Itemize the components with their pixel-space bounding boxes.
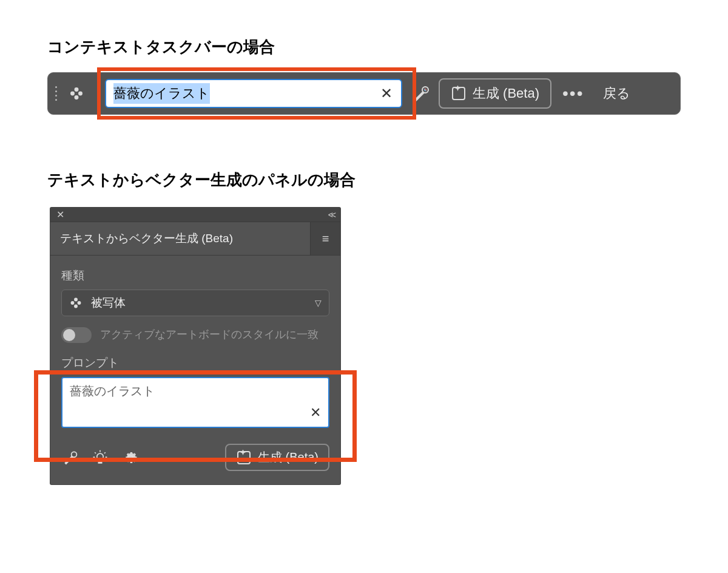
svg-rect-19 <box>238 452 250 464</box>
svg-point-2 <box>70 92 75 96</box>
svg-point-8 <box>74 305 78 308</box>
clear-icon[interactable]: ✕ <box>310 405 321 421</box>
panel-title: テキストからベクター生成 (Beta) <box>50 222 310 255</box>
svg-rect-6 <box>453 87 465 100</box>
generate-button[interactable]: 生成 (Beta) <box>225 444 329 471</box>
color-wand-icon[interactable] <box>411 84 430 103</box>
match-style-toggle[interactable] <box>61 327 92 343</box>
svg-point-11 <box>75 302 77 304</box>
chevron-down-icon: ▽ <box>315 298 322 308</box>
svg-point-3 <box>78 92 83 96</box>
gear-icon[interactable] <box>122 449 139 466</box>
drag-handle[interactable] <box>48 73 59 114</box>
svg-point-0 <box>75 87 79 92</box>
lightbulb-icon[interactable] <box>92 449 109 466</box>
svg-point-13 <box>97 453 104 460</box>
clear-icon[interactable]: ✕ <box>377 85 396 102</box>
section-heading-panel: テキストからベクター生成のパネルの場合 <box>47 169 681 191</box>
sparkle-icon <box>236 450 252 466</box>
collapse-icon[interactable]: << <box>328 210 334 220</box>
section-heading-taskbar: コンテキストタスクバーの場合 <box>47 36 681 58</box>
prompt-input-text: 薔薇のイラスト <box>113 83 210 104</box>
panel-top-bar: ✕ << <box>50 208 340 222</box>
svg-line-16 <box>104 452 106 453</box>
type-label: 種類 <box>61 268 329 283</box>
flower-icon <box>69 296 83 310</box>
color-wand-icon[interactable] <box>61 449 78 466</box>
context-taskbar: 薔薇のイラスト ✕ 生成 (Beta) ••• 戻る <box>47 72 681 115</box>
back-button[interactable]: 戻る <box>595 84 644 103</box>
more-options-icon[interactable]: ••• <box>558 84 588 103</box>
svg-line-15 <box>95 452 96 453</box>
svg-point-1 <box>75 95 79 100</box>
generate-button-label: 生成 (Beta) <box>258 449 318 466</box>
svg-point-12 <box>72 452 77 457</box>
generate-button[interactable]: 生成 (Beta) <box>439 78 551 109</box>
svg-point-7 <box>74 298 78 302</box>
flower-icon[interactable] <box>69 86 84 101</box>
svg-point-4 <box>75 92 78 95</box>
sparkle-icon <box>451 86 467 101</box>
prompt-label: プロンプト <box>61 355 329 371</box>
prompt-textarea[interactable]: 薔薇のイラスト ✕ <box>61 377 329 428</box>
close-icon[interactable]: ✕ <box>56 209 64 220</box>
prompt-textarea-text: 薔薇のイラスト <box>70 383 321 399</box>
generate-button-label: 生成 (Beta) <box>473 84 539 103</box>
type-dropdown[interactable]: 被写体 ▽ <box>61 290 329 316</box>
match-style-label: アクティブなアートボードのスタイルに一致 <box>100 327 318 342</box>
prompt-input[interactable]: 薔薇のイラスト ✕ <box>105 79 402 108</box>
hamburger-menu-icon[interactable]: ≡ <box>310 222 340 255</box>
svg-point-10 <box>78 301 81 305</box>
type-dropdown-value: 被写体 <box>91 295 306 311</box>
svg-point-9 <box>71 301 75 305</box>
text-to-vector-panel: ✕ << テキストからベクター生成 (Beta) ≡ 種類 被写体 ▽ アクティ… <box>50 208 340 484</box>
